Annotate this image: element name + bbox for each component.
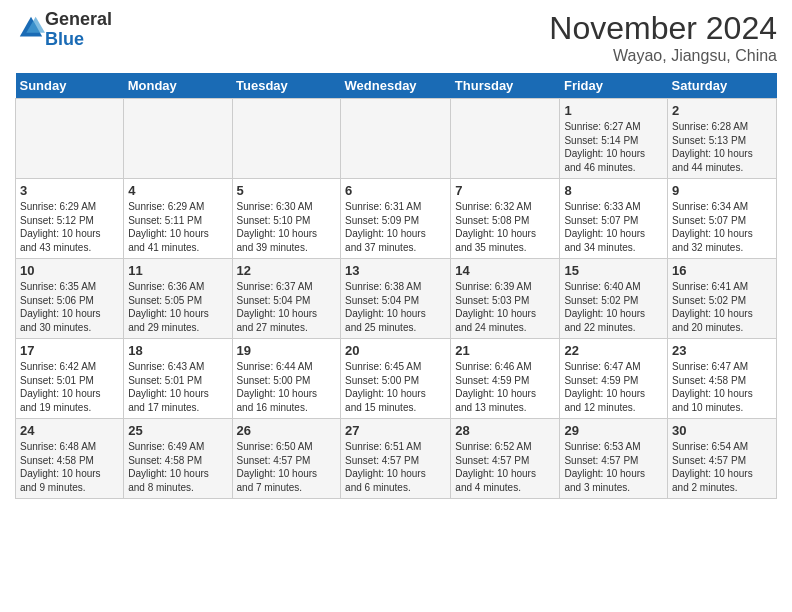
logo-icon xyxy=(17,14,45,42)
day-number: 25 xyxy=(128,423,227,438)
day-info: Sunrise: 6:38 AM Sunset: 5:04 PM Dayligh… xyxy=(345,280,446,334)
day-info: Sunrise: 6:46 AM Sunset: 4:59 PM Dayligh… xyxy=(455,360,555,414)
calendar-cell: 2Sunrise: 6:28 AM Sunset: 5:13 PM Daylig… xyxy=(668,99,777,179)
day-info: Sunrise: 6:33 AM Sunset: 5:07 PM Dayligh… xyxy=(564,200,663,254)
calendar-cell: 23Sunrise: 6:47 AM Sunset: 4:58 PM Dayli… xyxy=(668,339,777,419)
day-info: Sunrise: 6:49 AM Sunset: 4:58 PM Dayligh… xyxy=(128,440,227,494)
day-info: Sunrise: 6:51 AM Sunset: 4:57 PM Dayligh… xyxy=(345,440,446,494)
day-number: 26 xyxy=(237,423,337,438)
day-info: Sunrise: 6:53 AM Sunset: 4:57 PM Dayligh… xyxy=(564,440,663,494)
day-number: 3 xyxy=(20,183,119,198)
th-monday: Monday xyxy=(124,73,232,99)
calendar-week-2: 3Sunrise: 6:29 AM Sunset: 5:12 PM Daylig… xyxy=(16,179,777,259)
calendar-cell: 21Sunrise: 6:46 AM Sunset: 4:59 PM Dayli… xyxy=(451,339,560,419)
calendar-cell: 16Sunrise: 6:41 AM Sunset: 5:02 PM Dayli… xyxy=(668,259,777,339)
calendar-cell: 1Sunrise: 6:27 AM Sunset: 5:14 PM Daylig… xyxy=(560,99,668,179)
day-number: 8 xyxy=(564,183,663,198)
calendar-cell: 20Sunrise: 6:45 AM Sunset: 5:00 PM Dayli… xyxy=(341,339,451,419)
day-number: 29 xyxy=(564,423,663,438)
day-info: Sunrise: 6:45 AM Sunset: 5:00 PM Dayligh… xyxy=(345,360,446,414)
day-number: 1 xyxy=(564,103,663,118)
day-info: Sunrise: 6:43 AM Sunset: 5:01 PM Dayligh… xyxy=(128,360,227,414)
calendar-cell: 10Sunrise: 6:35 AM Sunset: 5:06 PM Dayli… xyxy=(16,259,124,339)
calendar-cell: 12Sunrise: 6:37 AM Sunset: 5:04 PM Dayli… xyxy=(232,259,341,339)
calendar-cell: 4Sunrise: 6:29 AM Sunset: 5:11 PM Daylig… xyxy=(124,179,232,259)
month-title: November 2024 xyxy=(549,10,777,47)
location-text: Wayao, Jiangsu, China xyxy=(549,47,777,65)
day-number: 19 xyxy=(237,343,337,358)
page-header: General Blue November 2024 Wayao, Jiangs… xyxy=(15,10,777,65)
day-number: 10 xyxy=(20,263,119,278)
calendar-cell: 17Sunrise: 6:42 AM Sunset: 5:01 PM Dayli… xyxy=(16,339,124,419)
th-saturday: Saturday xyxy=(668,73,777,99)
day-info: Sunrise: 6:28 AM Sunset: 5:13 PM Dayligh… xyxy=(672,120,772,174)
day-info: Sunrise: 6:31 AM Sunset: 5:09 PM Dayligh… xyxy=(345,200,446,254)
day-number: 27 xyxy=(345,423,446,438)
day-number: 14 xyxy=(455,263,555,278)
title-area: November 2024 Wayao, Jiangsu, China xyxy=(549,10,777,65)
day-number: 17 xyxy=(20,343,119,358)
day-info: Sunrise: 6:27 AM Sunset: 5:14 PM Dayligh… xyxy=(564,120,663,174)
calendar-cell: 19Sunrise: 6:44 AM Sunset: 5:00 PM Dayli… xyxy=(232,339,341,419)
day-info: Sunrise: 6:30 AM Sunset: 5:10 PM Dayligh… xyxy=(237,200,337,254)
day-info: Sunrise: 6:34 AM Sunset: 5:07 PM Dayligh… xyxy=(672,200,772,254)
header-row: Sunday Monday Tuesday Wednesday Thursday… xyxy=(16,73,777,99)
day-number: 16 xyxy=(672,263,772,278)
calendar-cell xyxy=(16,99,124,179)
day-info: Sunrise: 6:47 AM Sunset: 4:59 PM Dayligh… xyxy=(564,360,663,414)
day-number: 30 xyxy=(672,423,772,438)
day-info: Sunrise: 6:39 AM Sunset: 5:03 PM Dayligh… xyxy=(455,280,555,334)
day-info: Sunrise: 6:29 AM Sunset: 5:11 PM Dayligh… xyxy=(128,200,227,254)
day-number: 9 xyxy=(672,183,772,198)
day-number: 4 xyxy=(128,183,227,198)
day-info: Sunrise: 6:29 AM Sunset: 5:12 PM Dayligh… xyxy=(20,200,119,254)
calendar-cell: 6Sunrise: 6:31 AM Sunset: 5:09 PM Daylig… xyxy=(341,179,451,259)
day-number: 15 xyxy=(564,263,663,278)
calendar-cell: 9Sunrise: 6:34 AM Sunset: 5:07 PM Daylig… xyxy=(668,179,777,259)
calendar-cell: 18Sunrise: 6:43 AM Sunset: 5:01 PM Dayli… xyxy=(124,339,232,419)
calendar-cell: 25Sunrise: 6:49 AM Sunset: 4:58 PM Dayli… xyxy=(124,419,232,499)
day-number: 11 xyxy=(128,263,227,278)
day-info: Sunrise: 6:47 AM Sunset: 4:58 PM Dayligh… xyxy=(672,360,772,414)
calendar-table: Sunday Monday Tuesday Wednesday Thursday… xyxy=(15,73,777,499)
calendar-cell: 24Sunrise: 6:48 AM Sunset: 4:58 PM Dayli… xyxy=(16,419,124,499)
day-number: 23 xyxy=(672,343,772,358)
day-info: Sunrise: 6:52 AM Sunset: 4:57 PM Dayligh… xyxy=(455,440,555,494)
day-number: 13 xyxy=(345,263,446,278)
day-info: Sunrise: 6:44 AM Sunset: 5:00 PM Dayligh… xyxy=(237,360,337,414)
logo-general-text: General xyxy=(45,9,112,29)
calendar-week-1: 1Sunrise: 6:27 AM Sunset: 5:14 PM Daylig… xyxy=(16,99,777,179)
day-info: Sunrise: 6:54 AM Sunset: 4:57 PM Dayligh… xyxy=(672,440,772,494)
day-info: Sunrise: 6:41 AM Sunset: 5:02 PM Dayligh… xyxy=(672,280,772,334)
calendar-cell: 3Sunrise: 6:29 AM Sunset: 5:12 PM Daylig… xyxy=(16,179,124,259)
day-info: Sunrise: 6:37 AM Sunset: 5:04 PM Dayligh… xyxy=(237,280,337,334)
day-number: 2 xyxy=(672,103,772,118)
calendar-cell: 14Sunrise: 6:39 AM Sunset: 5:03 PM Dayli… xyxy=(451,259,560,339)
calendar-cell xyxy=(124,99,232,179)
calendar-week-3: 10Sunrise: 6:35 AM Sunset: 5:06 PM Dayli… xyxy=(16,259,777,339)
calendar-cell: 15Sunrise: 6:40 AM Sunset: 5:02 PM Dayli… xyxy=(560,259,668,339)
calendar-cell xyxy=(451,99,560,179)
calendar-cell xyxy=(341,99,451,179)
day-number: 22 xyxy=(564,343,663,358)
calendar-cell: 27Sunrise: 6:51 AM Sunset: 4:57 PM Dayli… xyxy=(341,419,451,499)
day-info: Sunrise: 6:36 AM Sunset: 5:05 PM Dayligh… xyxy=(128,280,227,334)
calendar-cell: 8Sunrise: 6:33 AM Sunset: 5:07 PM Daylig… xyxy=(560,179,668,259)
day-number: 21 xyxy=(455,343,555,358)
th-friday: Friday xyxy=(560,73,668,99)
day-number: 28 xyxy=(455,423,555,438)
calendar-cell: 30Sunrise: 6:54 AM Sunset: 4:57 PM Dayli… xyxy=(668,419,777,499)
calendar-cell: 11Sunrise: 6:36 AM Sunset: 5:05 PM Dayli… xyxy=(124,259,232,339)
th-wednesday: Wednesday xyxy=(341,73,451,99)
calendar-cell: 13Sunrise: 6:38 AM Sunset: 5:04 PM Dayli… xyxy=(341,259,451,339)
day-info: Sunrise: 6:35 AM Sunset: 5:06 PM Dayligh… xyxy=(20,280,119,334)
day-number: 5 xyxy=(237,183,337,198)
calendar-week-5: 24Sunrise: 6:48 AM Sunset: 4:58 PM Dayli… xyxy=(16,419,777,499)
day-number: 7 xyxy=(455,183,555,198)
calendar-cell: 29Sunrise: 6:53 AM Sunset: 4:57 PM Dayli… xyxy=(560,419,668,499)
logo: General Blue xyxy=(15,10,112,50)
day-number: 18 xyxy=(128,343,227,358)
day-number: 12 xyxy=(237,263,337,278)
calendar-cell: 28Sunrise: 6:52 AM Sunset: 4:57 PM Dayli… xyxy=(451,419,560,499)
day-info: Sunrise: 6:32 AM Sunset: 5:08 PM Dayligh… xyxy=(455,200,555,254)
